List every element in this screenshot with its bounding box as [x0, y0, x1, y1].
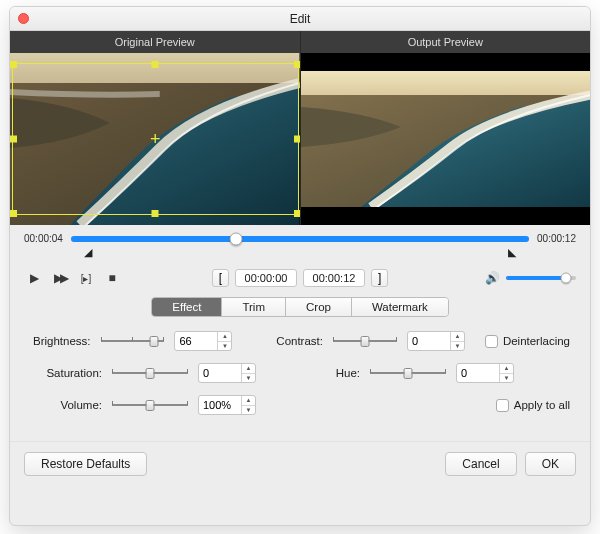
up-arrow-icon[interactable]: ▲	[500, 364, 513, 374]
hue-input[interactable]	[457, 364, 499, 382]
range-end-marker-icon[interactable]: ◣	[508, 246, 516, 259]
svg-rect-0	[10, 53, 300, 83]
preview-header: Original Preview Output Preview	[10, 31, 590, 53]
down-arrow-icon[interactable]: ▼	[242, 374, 255, 383]
set-start-button[interactable]: [	[212, 269, 229, 287]
output-preview	[300, 53, 591, 225]
output-preview-label: Output Preview	[301, 31, 591, 53]
contrast-input[interactable]	[408, 332, 450, 350]
cancel-button[interactable]: Cancel	[445, 452, 516, 476]
hue-stepper[interactable]: ▲▼	[456, 363, 514, 383]
down-arrow-icon[interactable]: ▼	[451, 342, 464, 351]
brightness-label: Brightness:	[30, 335, 91, 347]
stop-icon[interactable]: ■	[102, 269, 122, 287]
preview-area: +	[10, 53, 590, 225]
svg-rect-2	[301, 71, 591, 95]
up-arrow-icon[interactable]: ▲	[242, 396, 255, 406]
range-start-field[interactable]: 00:00:00	[235, 269, 297, 287]
contrast-stepper[interactable]: ▲▼	[407, 331, 465, 351]
ok-button[interactable]: OK	[525, 452, 576, 476]
close-icon[interactable]	[18, 13, 29, 24]
apply-to-all-checkbox[interactable]: Apply to all	[496, 399, 570, 412]
saturation-input[interactable]	[199, 364, 241, 382]
crop-handle-w[interactable]	[10, 136, 17, 143]
transport-bar: ▶ ▶▶ [▸] ■ [ 00:00:00 00:00:12 ] 🔊	[24, 269, 576, 287]
down-arrow-icon[interactable]: ▼	[242, 406, 255, 415]
crop-handle-n[interactable]	[152, 61, 159, 68]
effect-volume-slider[interactable]	[112, 397, 188, 413]
crop-handle-nw[interactable]	[10, 61, 17, 68]
timeline: 00:00:04 00:00:12 ◢ ◣	[10, 225, 590, 259]
up-arrow-icon[interactable]: ▲	[242, 364, 255, 374]
tab-crop[interactable]: Crop	[286, 298, 352, 316]
up-arrow-icon[interactable]: ▲	[451, 332, 464, 342]
range-end-field[interactable]: 00:00:12	[303, 269, 365, 287]
restore-defaults-button[interactable]: Restore Defaults	[24, 452, 147, 476]
tab-effect[interactable]: Effect	[152, 298, 222, 316]
volume-slider[interactable]	[506, 276, 576, 280]
deinterlacing-checkbox[interactable]: Deinterlacing	[485, 335, 570, 348]
tab-watermark[interactable]: Watermark	[352, 298, 448, 316]
hue-slider[interactable]	[370, 365, 446, 381]
original-preview[interactable]: +	[10, 53, 300, 225]
tab-trim[interactable]: Trim	[222, 298, 286, 316]
crop-handle-s[interactable]	[152, 210, 159, 217]
fast-forward-icon[interactable]: ▶▶	[50, 269, 70, 287]
crop-handle-sw[interactable]	[10, 210, 17, 217]
hue-label: Hue:	[300, 367, 360, 379]
brightness-slider[interactable]	[101, 333, 165, 349]
edit-window: Edit Original Preview Output Preview	[9, 6, 591, 526]
saturation-slider[interactable]	[112, 365, 188, 381]
window-title: Edit	[290, 12, 311, 26]
set-end-button[interactable]: ]	[371, 269, 388, 287]
volume-label: Volume:	[30, 399, 102, 411]
brightness-stepper[interactable]: ▲▼	[174, 331, 232, 351]
timeline-thumb[interactable]	[229, 232, 242, 245]
brightness-input[interactable]	[175, 332, 217, 350]
timeline-start-label: 00:00:04	[24, 233, 63, 244]
contrast-label: Contrast:	[273, 335, 323, 347]
speaker-icon[interactable]: 🔊	[485, 271, 500, 285]
timeline-track[interactable]	[71, 236, 529, 242]
controls-panel: ▶ ▶▶ [▸] ■ [ 00:00:00 00:00:12 ] 🔊 Effec…	[10, 259, 590, 441]
effect-volume-input[interactable]	[199, 396, 241, 414]
down-arrow-icon[interactable]: ▼	[218, 342, 231, 351]
down-arrow-icon[interactable]: ▼	[500, 374, 513, 383]
saturation-stepper[interactable]: ▲▼	[198, 363, 256, 383]
timeline-end-label: 00:00:12	[537, 233, 576, 244]
footer: Restore Defaults Cancel OK	[10, 441, 590, 490]
range-start-marker-icon[interactable]: ◢	[84, 246, 92, 259]
original-preview-label: Original Preview	[10, 31, 301, 53]
effect-params: Brightness: ▲▼ Contrast: ▲▼ Deinterlacin…	[24, 331, 576, 415]
volume-thumb[interactable]	[560, 273, 571, 284]
titlebar: Edit	[10, 7, 590, 31]
effect-volume-stepper[interactable]: ▲▼	[198, 395, 256, 415]
contrast-slider[interactable]	[333, 333, 397, 349]
step-icon[interactable]: [▸]	[76, 269, 96, 287]
play-icon[interactable]: ▶	[24, 269, 44, 287]
saturation-label: Saturation:	[30, 367, 102, 379]
up-arrow-icon[interactable]: ▲	[218, 332, 231, 342]
coastline-image	[10, 53, 300, 225]
volume-control: 🔊	[485, 271, 576, 285]
coastline-image-output	[301, 71, 591, 207]
tabs: Effect Trim Crop Watermark	[24, 297, 576, 317]
